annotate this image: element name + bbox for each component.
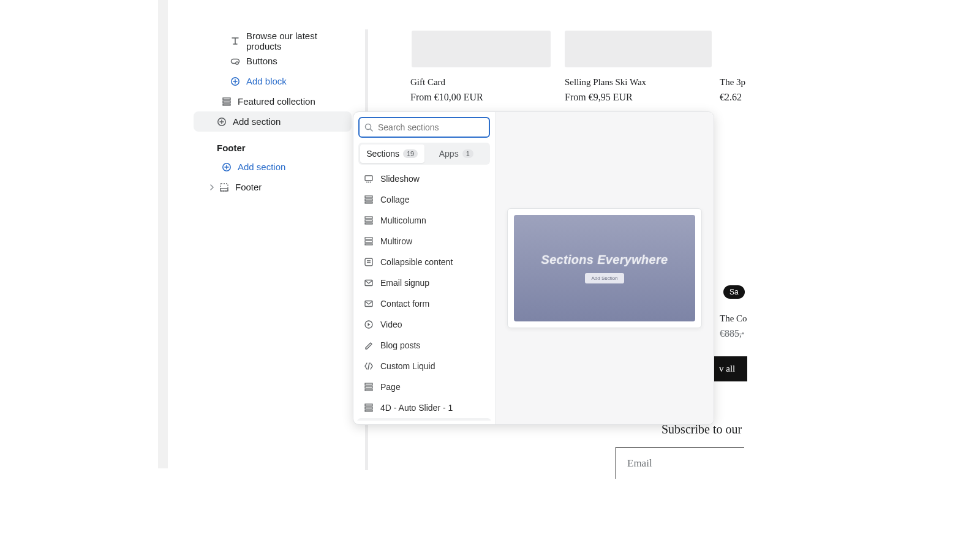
sidebar-item-buttons-block[interactable]: Buttons: [198, 51, 352, 71]
svg-rect-20: [365, 223, 372, 224]
sidebar-group-footer: Footer: [198, 143, 352, 153]
sidebar-item-text-block[interactable]: Browse our latest products: [198, 31, 352, 51]
section-option-label: Custom Liquid: [380, 361, 435, 371]
svg-rect-16: [365, 199, 372, 201]
popover-left-column: Sections 19 Apps 1 SlideshowCollageMulti…: [353, 112, 496, 424]
tab-label: Sections: [366, 149, 399, 159]
product-image-placeholder: [565, 31, 712, 67]
section-option[interactable]: Email signup: [357, 272, 491, 293]
section-option[interactable]: Collage: [357, 189, 491, 210]
search-input[interactable]: [358, 117, 490, 138]
sidebar-item-label: Add section: [233, 116, 281, 127]
svg-rect-5: [223, 104, 230, 105]
liquid-icon: [363, 361, 374, 372]
svg-rect-31: [365, 404, 372, 406]
theme-sidebar: Browse our latest products Buttons Add b…: [198, 31, 352, 197]
blog-icon: [363, 340, 374, 351]
tab-count: 1: [462, 149, 473, 158]
svg-rect-29: [365, 386, 372, 388]
sidebar-item-label: Featured collection: [238, 96, 315, 107]
section-option[interactable]: Multicolumn: [357, 210, 491, 231]
email-placeholder: Email: [627, 457, 652, 469]
text-icon: [230, 36, 240, 46]
tab-count: 19: [403, 149, 418, 158]
section-option[interactable]: Custom Liquid: [357, 356, 491, 377]
section-option-label: Contact form: [380, 299, 429, 309]
svg-rect-8: [221, 184, 228, 191]
section-option-label: Email signup: [380, 278, 429, 288]
sidebar-add-section[interactable]: Add section: [194, 111, 352, 132]
video-icon: [363, 319, 374, 330]
product-image-placeholder: [412, 31, 551, 67]
svg-rect-11: [365, 176, 372, 181]
svg-rect-17: [365, 202, 372, 203]
section-option-label: Video: [380, 320, 402, 329]
plus-circle-icon: [217, 117, 227, 127]
section-icon: [363, 402, 374, 413]
product-price: From €9,95 EUR: [565, 92, 633, 103]
section-option[interactable]: Collapsible content: [357, 252, 491, 272]
section-option[interactable]: Multirow: [357, 231, 491, 252]
section-option[interactable]: 4D - Video - 1: [357, 418, 491, 421]
section-option[interactable]: Contact form: [357, 293, 491, 314]
section-option[interactable]: Slideshow: [357, 168, 491, 189]
product-title[interactable]: Selling Plans Ski Wax: [565, 77, 646, 88]
svg-rect-30: [365, 389, 372, 391]
section-icon: [363, 215, 374, 226]
tabs-segmented: Sections 19 Apps 1: [358, 143, 490, 165]
svg-rect-18: [365, 217, 372, 219]
slideshow-icon: [363, 173, 374, 184]
popover-preview-pane: Sections Everywhere Add Section: [496, 112, 714, 424]
section-option[interactable]: Page: [357, 377, 491, 397]
section-icon: [222, 97, 232, 107]
svg-point-12: [366, 182, 368, 183]
section-option-label: 4D - Auto Slider - 1: [380, 403, 453, 413]
preview-button: Add Section: [585, 273, 624, 283]
svg-rect-32: [365, 407, 372, 409]
sidebar-item-label: Add section: [238, 162, 285, 172]
section-icon: [363, 236, 374, 247]
section-option-label: Multicolumn: [380, 216, 426, 225]
section-option[interactable]: Blog posts: [357, 335, 491, 356]
svg-point-14: [370, 182, 371, 183]
section-icon: [363, 194, 374, 205]
section-option-label: Multirow: [380, 236, 412, 246]
sidebar-item-featured-collection[interactable]: Featured collection: [198, 91, 352, 111]
add-section-popover: Sections 19 Apps 1 SlideshowCollageMulti…: [353, 111, 714, 425]
tab-apps[interactable]: Apps 1: [424, 144, 489, 163]
sidebar-item-footer[interactable]: Footer: [198, 177, 352, 197]
preview-title: Sections Everywhere: [541, 253, 668, 267]
section-option[interactable]: Video: [357, 314, 491, 335]
view-all-button[interactable]: v all: [714, 356, 747, 381]
svg-point-13: [368, 182, 369, 183]
email-field[interactable]: Email: [616, 447, 744, 479]
search-wrap: [358, 117, 490, 138]
svg-rect-23: [365, 244, 372, 245]
product-title[interactable]: The Co: [720, 313, 747, 324]
section-option-label: Blog posts: [380, 340, 420, 350]
section-preview-image: Sections Everywhere Add Section: [514, 215, 695, 321]
section-option[interactable]: 4D - Auto Slider - 1: [357, 397, 491, 418]
product-price: From €10,00 EUR: [410, 92, 483, 103]
sidebar-item-label: Footer: [235, 182, 262, 192]
sidebar-item-label: Browse our latest products: [246, 31, 352, 51]
svg-rect-24: [365, 258, 372, 266]
product-price: €2.62: [720, 92, 742, 103]
plus-circle-icon: [222, 162, 232, 172]
svg-rect-28: [365, 383, 372, 385]
footer-icon: [219, 182, 229, 192]
product-title[interactable]: Gift Card: [410, 77, 445, 88]
sidebar-footer-add-section[interactable]: Add section: [198, 157, 352, 177]
sidebar-item-label: Add block: [246, 76, 287, 86]
product-title[interactable]: The 3p: [720, 77, 745, 88]
tab-sections[interactable]: Sections 19: [360, 144, 424, 163]
sidebar-item-label: Buttons: [246, 56, 277, 66]
section-option-label: Collage: [380, 195, 409, 204]
button-icon: [230, 56, 240, 66]
sidebar-add-block[interactable]: Add block: [198, 71, 352, 91]
svg-rect-4: [223, 101, 230, 103]
section-icon: [363, 381, 374, 392]
chevron-right-icon: [208, 184, 217, 191]
section-preview-card: Sections Everywhere Add Section: [507, 208, 702, 328]
section-list[interactable]: SlideshowCollageMulticolumnMultirowColla…: [357, 168, 491, 421]
